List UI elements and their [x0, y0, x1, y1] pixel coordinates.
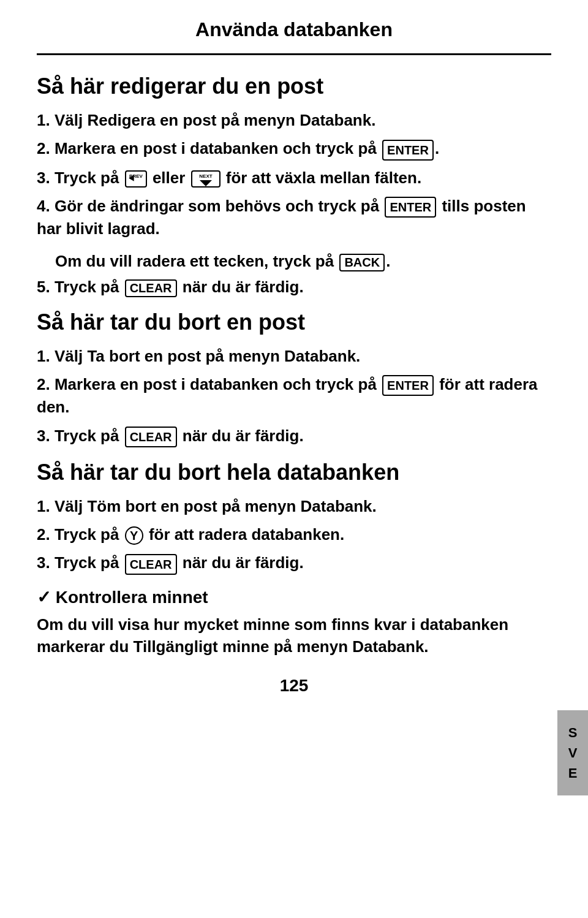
list-item: 3. Tryck på PREV eller NEXT [37, 167, 551, 189]
section2-heading: Så här tar du bort en post [37, 309, 551, 335]
enter-badge: ENTER [385, 197, 436, 218]
enter-badge: ENTER [382, 140, 434, 161]
list-item: 1. Välj Ta bort en post på menyn Databan… [37, 345, 551, 367]
item-text: Gör de ändringar som behövs och tryck på… [37, 197, 526, 238]
item-number: 2. [37, 375, 50, 393]
list-item: 3. Tryck på CLEAR när du är färdig. [37, 552, 551, 574]
list-item: 4. Gör de ändringar som behövs och tryck… [37, 195, 551, 240]
item-number: 1. [37, 111, 50, 129]
item-number: 3. [37, 169, 50, 187]
item5: 5. Tryck på CLEAR när du är färdig. [37, 278, 551, 297]
item-text: Välj Töm bort en post på menyn Databank. [55, 497, 377, 515]
svg-marker-5 [200, 180, 212, 186]
side-tab-e: E [568, 763, 578, 783]
item-text: Tryck på CLEAR när du är färdig. [55, 553, 304, 572]
item-number: 2. [37, 525, 50, 544]
enter-badge: ENTER [382, 375, 434, 396]
tip-section: Kontrollera minnet Om du vill visa hur m… [37, 587, 551, 658]
tip-heading: Kontrollera minnet [37, 587, 551, 607]
item-number: 3. [37, 553, 50, 572]
item-text: Tryck på Y för att radera databanken. [55, 525, 344, 544]
side-tab-v: V [568, 743, 578, 763]
section1-list: 1. Välj Redigera en post på menyn Databa… [37, 109, 551, 240]
item-number: 3. [37, 427, 50, 445]
page-title: Använda databanken [37, 18, 551, 47]
list-item: 3. Tryck på CLEAR när du är färdig. [37, 425, 551, 447]
next-icon: NEXT [191, 170, 221, 188]
back-badge: BACK [339, 254, 385, 271]
y-badge: Y [125, 526, 143, 545]
title-divider [37, 53, 551, 55]
page-number: 125 [37, 676, 551, 696]
list-item: 2. Tryck på Y för att radera databanken. [37, 523, 551, 545]
indent-text: Om du vill radera ett tecken, tryck på B… [55, 252, 551, 271]
item-number: 1. [37, 497, 50, 515]
tip-body: Om du vill visa hur mycket minne som fin… [37, 613, 551, 658]
section2-list: 1. Välj Ta bort en post på menyn Databan… [37, 345, 551, 447]
item-number: 4. [37, 197, 50, 215]
item-number: 2. [37, 139, 50, 157]
page-container: Använda databanken Så här redigerar du e… [0, 0, 588, 918]
item-text: Tryck på CLEAR när du är färdig. [55, 427, 304, 445]
clear-badge: CLEAR [125, 279, 177, 297]
side-tab: S V E [557, 710, 588, 795]
section3-list: 1. Välj Töm bort en post på menyn Databa… [37, 495, 551, 575]
item-text: Välj Redigera en post på menyn Databank. [55, 111, 375, 129]
svg-text:NEXT: NEXT [199, 173, 212, 179]
item-text: Tryck på PREV eller NEXT [55, 169, 421, 187]
clear-badge: CLEAR [125, 554, 177, 575]
item-text: Markera en post i databanken och tryck p… [55, 139, 439, 157]
list-item: 1. Välj Redigera en post på menyn Databa… [37, 109, 551, 131]
item-text: Välj Ta bort en post på menyn Databank. [55, 347, 360, 365]
side-tab-s: S [568, 723, 578, 743]
item-text: Markera en post i databanken och tryck p… [37, 375, 538, 416]
prev-icon: PREV [125, 170, 147, 188]
list-item: 1. Välj Töm bort en post på menyn Databa… [37, 495, 551, 517]
section3-heading: Så här tar du bort hela databanken [37, 460, 551, 485]
section1-heading: Så här redigerar du en post [37, 74, 551, 99]
list-item: 2. Markera en post i databanken och tryc… [37, 373, 551, 419]
item-number: 1. [37, 347, 50, 365]
clear-badge: CLEAR [125, 427, 177, 447]
list-item: 2. Markera en post i databanken och tryc… [37, 137, 551, 160]
